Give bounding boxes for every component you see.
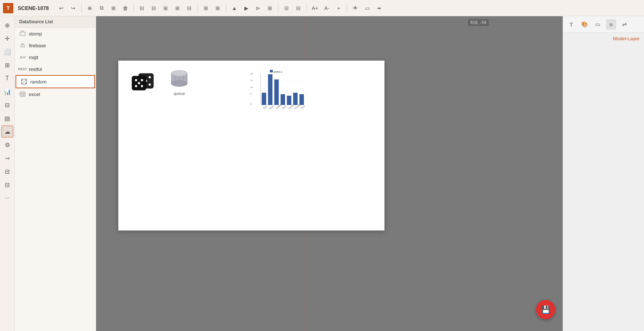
more-tool[interactable]: ··· bbox=[1, 192, 13, 204]
frame-view-btn[interactable]: ▭ bbox=[362, 3, 372, 13]
play-btn[interactable]: ▶ bbox=[241, 3, 251, 13]
redo-button[interactable]: ↪ bbox=[68, 3, 78, 13]
ds-item-random[interactable]: random bbox=[16, 75, 95, 88]
toolbar: T SCENE-1078 ↩ ↪ ⊕ ⧉ ⊞ 🗑 ⊟ ⊟ ⊞ ⊞ ⊟ ⊞ ⊞ ▲… bbox=[0, 0, 644, 16]
right-tab-palette[interactable]: 🎨 bbox=[579, 19, 590, 30]
layer-btn[interactable]: ⊞ bbox=[265, 3, 275, 13]
svg-text:10: 10 bbox=[250, 86, 253, 88]
layout-btn-2[interactable]: ⊟ bbox=[149, 3, 159, 13]
screen-tool[interactable]: ⊟ bbox=[1, 179, 13, 191]
delete-button[interactable]: 🗑 bbox=[120, 3, 131, 13]
svg-text:series 1: series 1 bbox=[274, 71, 283, 73]
expand-btn[interactable]: ↠ bbox=[374, 3, 384, 13]
svg-rect-44 bbox=[262, 93, 266, 105]
text-size-up[interactable]: A+ bbox=[310, 3, 320, 13]
right-panel-tabs: T 🎨 ▭ ≡ ⇌ bbox=[563, 16, 644, 33]
svg-text:Red: Red bbox=[263, 105, 267, 110]
canvas-coord: 818, -54 bbox=[468, 19, 489, 26]
layout-btn-5[interactable]: ⊟ bbox=[184, 3, 194, 13]
model-layer-label: Model-Layer bbox=[563, 33, 644, 44]
svg-point-23 bbox=[138, 82, 140, 84]
move-tool[interactable]: ✛ bbox=[1, 33, 13, 44]
dice-element[interactable] bbox=[131, 72, 157, 94]
widget-tool[interactable]: ⚙ bbox=[1, 139, 13, 151]
svg-point-17 bbox=[149, 83, 151, 86]
canvas-page: queue series 1 20 15 10 5 0 bbox=[118, 61, 384, 231]
right-panel: T 🎨 ▭ ≡ ⇌ Model-Layer bbox=[563, 16, 644, 331]
ds-label-firebase: firebase bbox=[29, 43, 46, 48]
shapes-tool[interactable]: ⬜ bbox=[1, 46, 13, 58]
toolbar-sep-5 bbox=[278, 4, 278, 13]
svg-point-2 bbox=[22, 80, 23, 81]
datasource-tool[interactable]: ☁ bbox=[1, 126, 13, 137]
right-tab-properties[interactable]: ≡ bbox=[606, 19, 616, 30]
layout-btn-4[interactable]: ⊞ bbox=[172, 3, 183, 13]
random-icon bbox=[21, 78, 27, 85]
add-btn[interactable]: + bbox=[333, 3, 344, 13]
svg-point-3 bbox=[25, 80, 26, 81]
frame-button[interactable]: ⊞ bbox=[108, 3, 119, 13]
svg-point-5 bbox=[25, 83, 26, 83]
ds-item-stomp[interactable]: stomp bbox=[15, 28, 96, 40]
table-tool[interactable]: ⊟ bbox=[1, 99, 13, 111]
app-logo: T bbox=[3, 3, 13, 13]
rest-icon: REST bbox=[19, 66, 26, 72]
chart-tool[interactable]: 📊 bbox=[1, 86, 13, 98]
copy-button[interactable]: ⧉ bbox=[96, 3, 107, 13]
ds-item-firebase[interactable]: firebase bbox=[15, 40, 96, 51]
text-tool[interactable]: T bbox=[1, 72, 13, 84]
text-size-down[interactable]: A- bbox=[322, 3, 332, 13]
toolbar-sep-2 bbox=[133, 4, 134, 13]
svg-rect-45 bbox=[268, 74, 272, 105]
warehouse-tool[interactable]: ⊟ bbox=[1, 166, 13, 177]
svg-rect-48 bbox=[287, 96, 291, 105]
scene-title: SCENE-1078 bbox=[18, 5, 49, 11]
chart-element[interactable]: series 1 20 15 10 5 0 bbox=[250, 68, 305, 116]
right-tab-share[interactable]: ⇌ bbox=[619, 19, 630, 30]
resize-btn-1[interactable]: ⊟ bbox=[281, 3, 292, 13]
save-button[interactable]: 💾 bbox=[536, 300, 555, 319]
svg-rect-46 bbox=[274, 79, 279, 105]
step-btn[interactable]: ⊳ bbox=[253, 3, 263, 13]
queue-label: queue bbox=[174, 91, 185, 96]
svg-text:5: 5 bbox=[250, 93, 252, 95]
svg-point-4 bbox=[22, 83, 23, 83]
pin-button[interactable]: ⊕ bbox=[85, 3, 95, 13]
svg-point-21 bbox=[135, 85, 137, 87]
right-tab-text[interactable]: T bbox=[566, 19, 576, 30]
stomp-icon bbox=[19, 30, 26, 37]
cursor-tool[interactable]: ⊕ bbox=[1, 19, 13, 31]
svg-text:0: 0 bbox=[250, 103, 252, 105]
resize-btn-2[interactable]: ⊟ bbox=[293, 3, 304, 13]
svg-text:15: 15 bbox=[250, 79, 253, 82]
ds-item-restful[interactable]: REST restful bbox=[15, 63, 96, 75]
ds-label-mqtt: mqtt bbox=[29, 55, 38, 60]
preview-btn[interactable]: 👁 bbox=[350, 3, 360, 13]
canvas-area[interactable]: 818, -54 bbox=[96, 16, 563, 331]
right-tab-frame[interactable]: ▭ bbox=[593, 19, 603, 30]
panel-tool[interactable]: ▤ bbox=[1, 112, 13, 124]
excel-icon bbox=[19, 91, 26, 98]
ds-item-excel[interactable]: excel bbox=[15, 88, 96, 100]
svg-point-14 bbox=[149, 76, 151, 78]
ds-item-mqtt[interactable]: mqtt bbox=[15, 51, 96, 63]
svg-text:Blue: Blue bbox=[282, 105, 287, 110]
svg-point-22 bbox=[141, 85, 143, 87]
layout-btn-1[interactable]: ⊟ bbox=[137, 3, 147, 13]
queue-element[interactable]: queue bbox=[166, 70, 192, 96]
components-tool[interactable]: ⊞ bbox=[1, 59, 13, 71]
svg-text:Blue: Blue bbox=[269, 105, 274, 110]
ds-label-stomp: stomp bbox=[29, 31, 42, 37]
mqtt-icon bbox=[19, 54, 26, 61]
align-btn-2[interactable]: ⊞ bbox=[213, 3, 223, 13]
undo-button[interactable]: ↩ bbox=[56, 3, 67, 13]
connector-tool[interactable]: ⊸ bbox=[1, 152, 13, 164]
layout-btn-3[interactable]: ⊞ bbox=[160, 3, 171, 13]
ds-label-restful: restful bbox=[29, 66, 42, 72]
toolbar-sep-7 bbox=[347, 4, 347, 13]
align-btn-1[interactable]: ⊞ bbox=[201, 3, 211, 13]
datasource-header: DataSource List bbox=[15, 16, 96, 28]
svg-point-20 bbox=[141, 79, 143, 81]
toolbar-sep-6 bbox=[306, 4, 307, 13]
arrow-up-btn[interactable]: ▲ bbox=[229, 3, 240, 13]
